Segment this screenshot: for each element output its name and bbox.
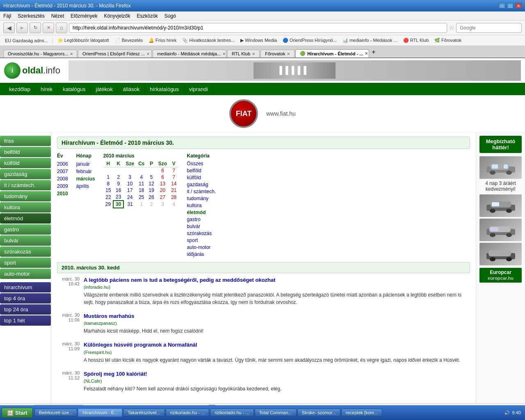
cat-szorakozas[interactable]: szórakozás: [187, 230, 216, 237]
cal-day-3[interactable]: 3: [123, 174, 136, 180]
cal-day-23[interactable]: 23: [113, 194, 123, 201]
sidebar-automotor[interactable]: auto-motor: [0, 269, 51, 279]
news-title-3[interactable]: Spórolj meg 100 kalóriát!: [84, 371, 147, 377]
cal-day-11[interactable]: 11: [136, 180, 146, 187]
taskbar-item-2[interactable]: Takarékszövet...: [123, 409, 164, 417]
new-tab-button[interactable]: +: [370, 47, 377, 57]
taskbar-item-1[interactable]: Hírarchívum - É...: [78, 409, 122, 417]
tab-close-2[interactable]: ✕: [222, 52, 226, 56]
news-source-link-0[interactable]: inforadio.hu: [85, 285, 109, 290]
sidebar-hirarchivum[interactable]: hírarchívum: [0, 282, 51, 292]
home-button[interactable]: ⌂: [56, 23, 67, 33]
taskbar-item-5[interactable]: Total Comman...: [255, 409, 297, 417]
tab-4[interactable]: Főrovatok ✕: [260, 50, 294, 57]
maximize-button[interactable]: □: [507, 3, 514, 9]
cal-day-31[interactable]: 31: [123, 201, 136, 208]
bookmark-0[interactable]: EU Gazdaság admi...: [3, 38, 50, 43]
nav-hirek[interactable]: hírek: [36, 83, 58, 95]
cat-automotor[interactable]: auto-motor: [187, 244, 216, 251]
menu-view[interactable]: Nézet: [51, 13, 64, 19]
bookmark-star[interactable]: ☆: [449, 24, 454, 32]
tab-close-1[interactable]: ✕: [146, 52, 150, 56]
start-button[interactable]: 🪟 Start: [2, 408, 33, 418]
taskbar-item-4[interactable]: rizikoriado.hu - ...: [210, 409, 253, 417]
year-2006[interactable]: 2006: [57, 160, 68, 168]
tab-close-0[interactable]: ✕: [70, 52, 73, 56]
sidebar-friss[interactable]: friss: [0, 136, 51, 146]
cal-day-28[interactable]: 28: [169, 194, 178, 201]
cat-tudomany[interactable]: tudomány: [187, 195, 216, 202]
refresh-button[interactable]: ↻: [30, 23, 41, 33]
tab-5[interactable]: 🟢 Hírarchívum - Életmód - ... ✕: [295, 49, 369, 57]
sidebar-gastro[interactable]: gastro: [0, 224, 51, 235]
minimize-button[interactable]: ─: [499, 3, 505, 9]
cal-day-10[interactable]: 10: [123, 180, 136, 187]
cal-day-26[interactable]: 26: [146, 194, 156, 201]
nav-allasok[interactable]: állások: [118, 83, 145, 95]
year-2010[interactable]: 2010: [57, 190, 68, 197]
menu-help[interactable]: Súgó: [164, 13, 176, 19]
cal-day-14[interactable]: 14: [169, 180, 178, 187]
cal-day-12[interactable]: 12: [146, 180, 156, 187]
bookmark-5[interactable]: ▶ Windows Media: [239, 37, 278, 43]
sidebar-tudomany[interactable]: tudomány: [0, 191, 51, 201]
tab-close-3[interactable]: ✕: [252, 52, 255, 56]
tab-close-4[interactable]: ✕: [287, 52, 290, 56]
cat-gastro[interactable]: gastro: [187, 216, 216, 223]
cal-day-3[interactable]: 3: [156, 201, 169, 208]
cal-day-1[interactable]: 1: [103, 174, 113, 180]
cal-day-25[interactable]: 25: [136, 194, 146, 201]
cal-day-4[interactable]: 4: [136, 174, 146, 180]
cal-day-17[interactable]: 17: [123, 187, 136, 194]
cat-idojaras[interactable]: időjárás: [187, 251, 216, 258]
tab-close-5[interactable]: ✕: [365, 51, 368, 56]
sidebar-gazdasag[interactable]: gazdaság: [0, 169, 51, 179]
menu-history[interactable]: Előzmények: [71, 13, 97, 19]
cal-day-8[interactable]: 8: [103, 180, 113, 187]
cal-day-29[interactable]: 29: [103, 201, 113, 208]
sidebar-külföld[interactable]: külföld: [0, 158, 51, 168]
cal-day-16[interactable]: 16: [113, 187, 123, 194]
year-2007[interactable]: 2007: [57, 168, 68, 175]
close-button[interactable]: ✕: [515, 3, 522, 9]
menu-file[interactable]: Fájl: [3, 13, 11, 19]
cal-day-13[interactable]: 13: [156, 180, 169, 187]
news-source-link-2[interactable]: Freespirit.hu: [85, 350, 110, 355]
sidebar-it[interactable]: it / számtech.: [0, 180, 51, 190]
taskbar-item-6[interactable]: Stroke- szomor...: [297, 409, 340, 417]
tab-3[interactable]: RTL Klub ✕: [227, 50, 260, 57]
cat-bulvar[interactable]: bulvár: [187, 223, 216, 230]
bookmark-7[interactable]: 📊 mediainfo - Médiások ...: [341, 37, 399, 43]
sidebar-top4[interactable]: top 4 óra: [0, 293, 51, 304]
sidebar-top1het[interactable]: top 1 hét: [0, 315, 51, 326]
cal-day-7[interactable]: 7: [169, 167, 178, 174]
bookmark-6[interactable]: 🔵 OrientPress Hírügynö...: [281, 37, 338, 43]
cal-day-22[interactable]: 22: [103, 194, 113, 201]
nav-hirkatalogus[interactable]: hírkatalógus: [145, 83, 184, 95]
cal-day-4[interactable]: 4: [169, 201, 178, 208]
cal-day-21[interactable]: 21: [169, 187, 178, 194]
sidebar-eletmod[interactable]: életmód: [0, 213, 51, 224]
tab-1[interactable]: OrientPress | Elsöprő Fidesz ... ✕: [78, 50, 152, 57]
menu-edit[interactable]: Szerkesztés: [18, 13, 44, 19]
nav-jatekok[interactable]: játékok: [91, 83, 118, 95]
search-input[interactable]: [456, 23, 522, 33]
cal-day-7[interactable]: 7: [169, 174, 178, 180]
news-title-1[interactable]: Mustáros marhahús: [84, 313, 135, 319]
cat-it[interactable]: it / számtech.: [187, 188, 216, 195]
menu-bookmarks[interactable]: Könyvjelzők: [104, 13, 130, 19]
menu-tools[interactable]: Eszközök: [137, 13, 158, 19]
cal-day-30[interactable]: 30: [113, 201, 123, 208]
cal-day-5[interactable]: 5: [146, 174, 156, 180]
tab-2[interactable]: mediainfo - Médiások médiája... ✕: [153, 50, 226, 57]
sidebar-bulvar[interactable]: bulvár: [0, 235, 51, 246]
stop-button[interactable]: ✕: [43, 23, 54, 33]
bookmark-9[interactable]: 🌿 Főrovatok: [433, 37, 463, 43]
news-source-link-3[interactable]: NLCafe: [85, 379, 100, 383]
cat-osszes[interactable]: Összes: [187, 160, 216, 167]
cal-day-6[interactable]: 6: [156, 174, 169, 180]
sidebar-belföld[interactable]: belföld: [0, 147, 51, 157]
cat-eletmod[interactable]: életmód: [187, 209, 216, 216]
cat-belfold[interactable]: belföld: [187, 167, 216, 174]
bookmark-8[interactable]: 🔴 RTL Klub: [402, 37, 430, 43]
